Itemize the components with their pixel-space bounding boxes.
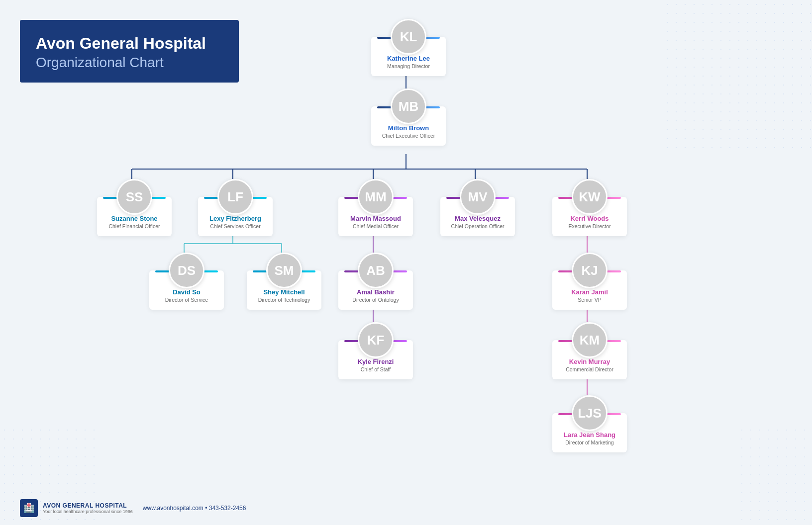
title-lexy: Chief Services Officer [204,223,267,230]
title-milton: Chief Executive Officer [377,133,440,140]
avatar-karan: KJ [572,253,608,288]
title-line1: Avon General Hospital [36,34,223,53]
title-amal: Director of Ontology [344,297,407,304]
avatar-kevin: KM [572,322,608,358]
node-shey: SM Shey Mitchell Director of Technology [244,253,324,310]
avatar-suzanne: SS [116,179,152,215]
avatar-lexy: LF [217,179,253,215]
name-kerri: Kerri Woods [558,215,621,222]
node-suzanne: SS Suzanne Stone Chief Financial Officer [95,179,174,236]
title-katherine: Managing Director [377,63,440,70]
title-marvin: Chief Medial Officer [344,223,407,230]
name-shey: Shey Mitchell [253,288,315,296]
avatar-shey: SM [266,253,302,288]
title-karan: Senior VP [558,297,621,304]
name-david: David So [155,288,218,296]
logo-icon: 🏥 [20,499,38,517]
name-lexy: Lexy Fitzherberg [204,215,267,222]
footer-hospital-name: AVON GENERAL HOSPITAL [43,502,133,509]
title-kerri: Executive Director [558,223,621,230]
avatar-katherine: KL [391,19,426,55]
node-david: DS David So Director of Service [147,253,226,310]
name-kevin: Kevin Murray [558,358,621,365]
name-kyle: Kyle Firenzi [344,358,407,365]
name-amal: Amal Bashir [344,288,407,296]
name-milton: Milton Brown [377,124,440,132]
title-kevin: Commercial Director [558,366,621,373]
avatar-david: DS [169,253,204,288]
avatar-kerri: KW [572,179,608,215]
logo-text: AVON GENERAL HOSPITAL Your local healthc… [43,502,133,514]
title-box: Avon General Hospital Organizational Cha… [20,20,239,83]
node-katherine: KL Katherine Lee Managing Director [369,19,448,76]
node-kevin: KM Kevin Murray Commercial Director [550,322,629,379]
node-lexy: LF Lexy Fitzherberg Chief Services Offic… [196,179,275,236]
footer-contact: www.avonhospital.com • 343-532-2456 [143,505,246,512]
avatar-kyle: KF [358,322,394,358]
title-kyle: Chief of Staff [344,366,407,373]
node-max: MV Max Velesquez Chief Operation Officer [438,179,517,236]
node-lara: LJS Lara Jean Shang Director of Marketin… [550,395,629,452]
name-max: Max Velesquez [446,215,509,222]
bg-decoration-tr [663,0,812,149]
avatar-marvin: MM [358,179,394,215]
name-katherine: Katherine Lee [377,55,440,62]
node-kerri: KW Kerri Woods Executive Director [550,179,629,236]
footer: 🏥 AVON GENERAL HOSPITAL Your local healt… [20,499,246,517]
avatar-lara: LJS [572,395,608,431]
node-karan: KJ Karan Jamil Senior VP [550,253,629,310]
name-karan: Karan Jamil [558,288,621,296]
node-milton: MB Milton Brown Chief Executive Officer [369,88,448,146]
node-amal: AB Amal Bashir Director of Ontology [336,253,415,310]
title-max: Chief Operation Officer [446,223,509,230]
avatar-milton: MB [391,88,426,124]
title-david: Director of Service [155,297,218,304]
title-suzanne: Chief Financial Officer [103,223,166,230]
name-suzanne: Suzanne Stone [103,215,166,222]
node-kyle: KF Kyle Firenzi Chief of Staff [336,322,415,379]
title-line2: Organizational Chart [36,55,223,71]
title-lara: Director of Marketing [558,439,621,446]
bg-decoration-br [737,426,812,525]
avatar-max: MV [460,179,496,215]
avatar-amal: AB [358,253,394,288]
name-lara: Lara Jean Shang [558,431,621,438]
footer-tagline: Your local healthcare professional since… [43,509,133,514]
title-shey: Director of Technology [253,297,315,304]
name-marvin: Marvin Massoud [344,215,407,222]
footer-logo: 🏥 AVON GENERAL HOSPITAL Your local healt… [20,499,133,517]
node-marvin: MM Marvin Massoud Chief Medial Officer [336,179,415,236]
